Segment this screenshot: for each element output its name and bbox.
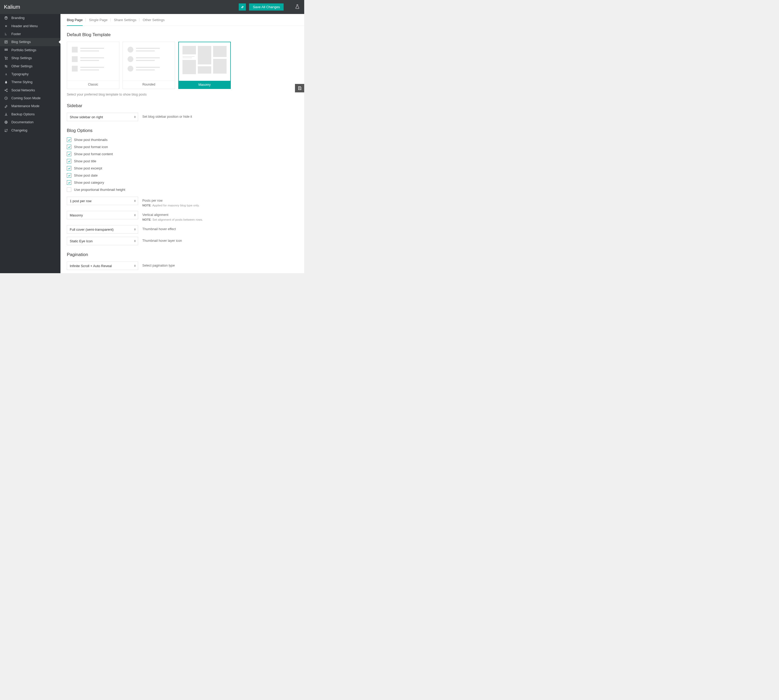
sidebar-item-label: Maintenance Mode bbox=[12, 104, 39, 108]
svg-rect-2 bbox=[5, 49, 5, 50]
sidebar-item-label: Other Settings bbox=[12, 64, 32, 68]
checkbox-label: Show post format content bbox=[74, 152, 113, 156]
template-rounded[interactable]: Rounded bbox=[123, 42, 175, 89]
posts-per-row-select[interactable]: 1 post per row bbox=[67, 197, 138, 205]
sidebar-item-label: Documentation bbox=[12, 120, 33, 124]
checkbox-icon bbox=[67, 145, 71, 149]
sidebar-item-docs[interactable]: Documentation bbox=[0, 118, 60, 126]
checkbox-category[interactable]: Show post category bbox=[67, 180, 298, 185]
sidebar-position-select[interactable]: Show sidebar on right bbox=[67, 113, 138, 121]
sidebar-item-branding[interactable]: Branding bbox=[0, 14, 60, 22]
branch-icon bbox=[4, 128, 8, 132]
sidebar-item-coming-soon[interactable]: Coming Soon Mode bbox=[0, 94, 60, 102]
svg-text:A: A bbox=[5, 73, 7, 75]
hover-icon-select[interactable]: Static Eye Icon bbox=[67, 237, 138, 245]
checkbox-label: Show post date bbox=[74, 173, 98, 177]
checkbox-format-content[interactable]: Show post format content bbox=[67, 152, 298, 156]
select-arrows-icon bbox=[134, 116, 136, 118]
pagination-type-select[interactable]: Infinite Scroll + Auto Reveal bbox=[67, 262, 138, 270]
option-desc: Thumbnail hover effect bbox=[142, 225, 176, 232]
globe-icon bbox=[4, 120, 8, 124]
flask-icon[interactable] bbox=[295, 4, 300, 10]
sidebar-item-header[interactable]: H Header and Menu bbox=[0, 22, 60, 30]
tabs: Blog Page Single Page Share Settings Oth… bbox=[60, 14, 304, 26]
tab-single-page[interactable]: Single Page bbox=[89, 14, 107, 26]
sidebar-item-label: Typography bbox=[12, 72, 28, 76]
share-icon bbox=[4, 88, 8, 92]
select-arrows-icon bbox=[134, 228, 136, 231]
template-preview-rounded bbox=[123, 42, 175, 80]
template-label: Rounded bbox=[123, 80, 175, 88]
section-title-blog-options: Blog Options bbox=[67, 128, 298, 133]
newspaper-icon bbox=[4, 40, 8, 44]
hover-effect-select[interactable]: Full cover (semi-transparent) bbox=[67, 225, 138, 233]
sidebar-item-maintenance[interactable]: Maintenance Mode bbox=[0, 102, 60, 110]
checkbox-icon bbox=[67, 152, 71, 156]
svg-point-10 bbox=[5, 65, 6, 66]
sidebar-item-other[interactable]: Other Settings bbox=[0, 62, 60, 70]
templates-hint: Select your preferred blog template to s… bbox=[67, 93, 298, 96]
checkbox-excerpt[interactable]: Show post excerpt bbox=[67, 166, 298, 170]
select-arrows-icon bbox=[134, 200, 136, 202]
select-value: Full cover (semi-transparent) bbox=[70, 228, 113, 232]
sidebar-item-typography[interactable]: A Typography bbox=[0, 70, 60, 78]
clock-icon bbox=[4, 96, 8, 100]
svg-rect-4 bbox=[7, 49, 8, 50]
sidebar-item-styling[interactable]: Theme Styling bbox=[0, 78, 60, 86]
option-desc: Select pagination type bbox=[142, 262, 175, 268]
svg-point-19 bbox=[7, 129, 7, 130]
svg-rect-3 bbox=[6, 49, 7, 50]
sidebar-item-label: Branding bbox=[12, 16, 25, 20]
sidebar-item-shop[interactable]: Shop Settings bbox=[0, 54, 60, 62]
template-classic[interactable]: Classic bbox=[67, 42, 119, 89]
section-title-templates: Default Blog Template bbox=[67, 32, 298, 37]
save-icon bbox=[298, 86, 302, 90]
app-header: Kalium Save All Changes bbox=[0, 0, 304, 14]
section-title-pagination: Pagination bbox=[67, 252, 298, 257]
checkbox-format-icon[interactable]: Show post format icon bbox=[67, 145, 298, 149]
font-icon: A bbox=[4, 72, 8, 76]
checkbox-label: Use proportional thumbnail height bbox=[74, 188, 125, 192]
checkbox-label: Show post category bbox=[74, 180, 104, 185]
svg-point-8 bbox=[5, 59, 6, 60]
sidebar-item-label: Coming Soon Mode bbox=[12, 96, 40, 100]
list-icon bbox=[4, 32, 8, 36]
sidebar: Branding H Header and Menu Footer Blog S… bbox=[0, 14, 60, 273]
section-title-sidebar: Sidebar bbox=[67, 103, 298, 108]
select-arrows-icon bbox=[134, 265, 136, 267]
blog-options-checkboxes: Show post thumbnails Show post format ic… bbox=[67, 138, 298, 192]
checkbox-title[interactable]: Show post title bbox=[67, 159, 298, 163]
save-all-button[interactable]: Save All Changes bbox=[249, 3, 284, 10]
sidebar-item-blog[interactable]: Blog Settings bbox=[0, 38, 60, 46]
checkbox-date[interactable]: Show post date bbox=[67, 173, 298, 178]
svg-point-11 bbox=[6, 66, 7, 67]
checkbox-label: Show post format icon bbox=[74, 145, 108, 149]
expand-button[interactable] bbox=[239, 3, 246, 10]
select-arrows-icon bbox=[134, 240, 136, 242]
checkbox-thumbnails[interactable]: Show post thumbnails bbox=[67, 138, 298, 142]
select-value: Infinite Scroll + Auto Reveal bbox=[70, 264, 112, 268]
checkbox-icon bbox=[67, 180, 71, 185]
sidebar-item-footer[interactable]: Footer bbox=[0, 30, 60, 38]
svg-point-9 bbox=[7, 59, 7, 60]
tab-share-settings[interactable]: Share Settings bbox=[114, 14, 136, 26]
heading-icon: H bbox=[4, 24, 8, 28]
tab-blog-page[interactable]: Blog Page bbox=[67, 14, 83, 26]
grid-icon bbox=[4, 48, 8, 52]
checkbox-icon bbox=[67, 138, 71, 142]
vertical-alignment-select[interactable]: Masonry bbox=[67, 211, 138, 219]
sidebar-item-backup[interactable]: Backup Options bbox=[0, 110, 60, 118]
select-value: Masonry bbox=[70, 213, 83, 217]
checkbox-proportional[interactable]: Use proportional thumbnail height bbox=[67, 187, 298, 192]
download-icon bbox=[4, 112, 8, 116]
tab-other-settings[interactable]: Other Settings bbox=[143, 14, 165, 26]
sidebar-item-changelog[interactable]: Changelog bbox=[0, 126, 60, 134]
template-masonry[interactable]: Masonry bbox=[178, 42, 231, 89]
svg-rect-7 bbox=[7, 50, 8, 51]
floating-save-button[interactable] bbox=[295, 84, 304, 92]
sidebar-item-portfolio[interactable]: Portfolio Settings bbox=[0, 46, 60, 54]
cart-icon bbox=[4, 56, 8, 60]
checkbox-label: Show post title bbox=[74, 159, 97, 163]
sidebar-item-social[interactable]: Social Networks bbox=[0, 86, 60, 94]
option-desc: Posts per rowNOTE: Applied for masonry b… bbox=[142, 197, 199, 208]
